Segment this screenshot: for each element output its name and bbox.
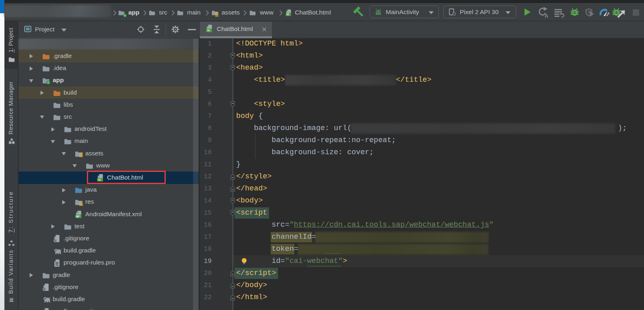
svg-text:A: A <box>545 13 548 18</box>
svg-text:H: H <box>287 13 289 16</box>
svg-text:MF: MF <box>76 215 80 218</box>
svg-text:H: H <box>207 29 210 32</box>
